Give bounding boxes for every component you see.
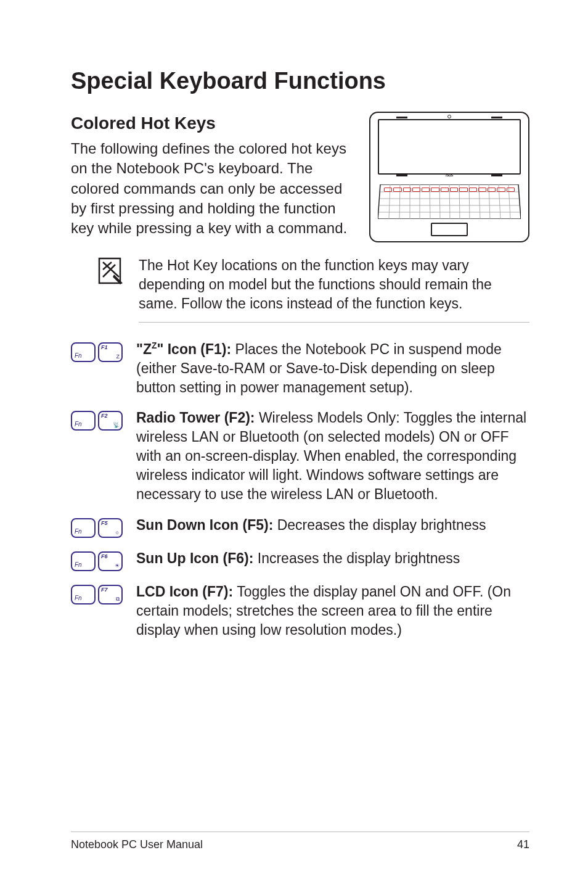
note-icon <box>96 256 125 286</box>
hotkey-item-f1: Fn F1 Z "ZZ" Icon (F1): Places the Noteb… <box>71 340 529 397</box>
fn-key-icon: Fn <box>71 411 96 431</box>
hotkey-description: LCD Icon (F7): Toggles the display panel… <box>136 582 529 640</box>
key-pair: Fn F5 ☼ <box>71 516 131 538</box>
camera-icon <box>447 115 451 118</box>
key-pair: Fn F6 ☀ <box>71 549 131 571</box>
hotkey-item-f2: Fn F2 📡 Radio Tower (F2): Wireless Model… <box>71 408 529 504</box>
hotkey-item-f6: Fn F6 ☀ Sun Up Icon (F6): Increases the … <box>71 549 529 571</box>
hotkey-description: Radio Tower (F2): Wireless Models Only: … <box>136 408 529 504</box>
laptop-screen: /SUS <box>378 119 521 175</box>
hotkey-description: Sun Up Icon (F6): Increases the display … <box>136 549 529 568</box>
intro-row: Colored Hot Keys The following defines t… <box>71 112 529 242</box>
hotkey-item-f7: Fn F7 ⧉ LCD Icon (F7): Toggles the displ… <box>71 582 529 640</box>
section-heading: Colored Hot Keys <box>71 112 352 135</box>
f6-key-icon: F6 ☀ <box>98 551 123 571</box>
hotkey-description: "ZZ" Icon (F1): Places the Notebook PC i… <box>136 340 529 397</box>
footer-page-number: 41 <box>517 838 529 851</box>
footer-left: Notebook PC User Manual <box>71 838 203 851</box>
hotkey-title: Radio Tower (F2): <box>136 410 255 426</box>
page-title: Special Keyboard Functions <box>71 68 529 94</box>
fn-key-icon: Fn <box>71 585 96 604</box>
key-pair: Fn F7 ⧉ <box>71 582 131 604</box>
hotkey-title: Sun Up Icon (F6): <box>136 550 253 566</box>
highlighted-fn-row <box>384 188 515 192</box>
hotkey-description: Sun Down Icon (F5): Decreases the displa… <box>136 516 529 535</box>
fn-key-icon: Fn <box>71 342 96 362</box>
trackpad-icon <box>431 223 468 236</box>
f1-key-icon: F1 Z <box>98 342 123 362</box>
hotkey-title: "ZZ" Icon (F1): <box>136 341 231 357</box>
laptop-illustration: /SUS <box>369 112 529 242</box>
hotkey-item-f5: Fn F5 ☼ Sun Down Icon (F5): Decreases th… <box>71 516 529 538</box>
keyboard-outline <box>378 184 521 219</box>
note-block: The Hot Key locations on the function ke… <box>96 256 529 323</box>
page-footer: Notebook PC User Manual 41 <box>71 831 529 851</box>
intro-text-block: Colored Hot Keys The following defines t… <box>71 112 352 239</box>
hotkey-title: LCD Icon (F7): <box>136 584 233 600</box>
f7-key-icon: F7 ⧉ <box>98 585 123 604</box>
key-pair: Fn F1 Z <box>71 340 131 362</box>
note-text: The Hot Key locations on the function ke… <box>139 256 529 313</box>
hotkey-body: Decreases the display brightness <box>273 517 486 533</box>
fn-key-icon: Fn <box>71 518 96 538</box>
f5-key-icon: F5 ☼ <box>98 518 123 538</box>
f2-key-icon: F2 📡 <box>98 411 123 431</box>
key-pair: Fn F2 📡 <box>71 408 131 431</box>
hotkey-body: Increases the display brightness <box>253 550 460 566</box>
hotkey-title: Sun Down Icon (F5): <box>136 517 273 533</box>
intro-paragraph: The following defines the colored hot ke… <box>71 140 347 237</box>
laptop-base <box>378 178 521 236</box>
fn-key-icon: Fn <box>71 551 96 571</box>
